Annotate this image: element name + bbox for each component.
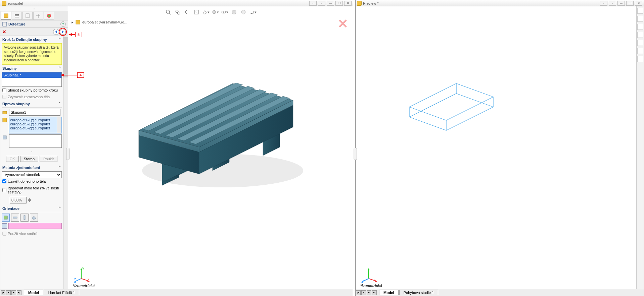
orient-y-button[interactable] xyxy=(20,214,29,222)
next-step-button[interactable] xyxy=(60,29,66,35)
apply-scene-icon[interactable] xyxy=(240,8,247,16)
win-btn-1[interactable]: ▫ xyxy=(309,1,317,6)
groupedit-header[interactable]: Úprava skupiny ⌃ xyxy=(2,100,62,108)
close-button[interactable]: ✕ xyxy=(635,1,642,6)
bodies-list[interactable] xyxy=(9,134,62,148)
tab-next-button[interactable]: ▸ xyxy=(11,290,16,295)
step1-header[interactable]: Krok 1: Definujte skupiny ⌃ xyxy=(2,36,62,43)
orient-x-button[interactable] xyxy=(11,214,19,222)
view-settings-icon[interactable]: ▾ xyxy=(249,8,257,16)
tab-prev-button[interactable]: ◂ xyxy=(361,290,366,295)
preview-3d-view[interactable]: *Izometrická xyxy=(356,6,636,289)
component-item[interactable]: europalet3-2@europalet xyxy=(10,126,61,130)
tab-model[interactable]: Model xyxy=(24,290,43,295)
ok-button: OK xyxy=(6,156,19,162)
close-preview-button[interactable]: ✕ xyxy=(337,16,348,31)
forum-icon[interactable] xyxy=(637,56,643,62)
svg-rect-1 xyxy=(15,14,19,15)
svg-marker-61 xyxy=(409,83,493,120)
orient-header[interactable]: Orientace ⌃ xyxy=(2,205,62,212)
group-item-selected[interactable]: Skupina1 * xyxy=(2,72,61,78)
minimize-button[interactable]: — xyxy=(617,1,625,6)
main-window: europalet ▫ ▫ — ❐ ✕ ◦ xyxy=(0,0,353,296)
tab-last-button[interactable]: ▸| xyxy=(17,290,21,295)
svg-point-30 xyxy=(223,11,224,13)
tab-prev-button[interactable]: ◂ xyxy=(6,290,11,295)
hide-show-icon[interactable]: ▾ xyxy=(221,8,228,16)
maximize-button[interactable]: ❐ xyxy=(626,1,634,6)
minimize-button[interactable]: — xyxy=(327,1,334,6)
svg-rect-12 xyxy=(3,111,7,114)
orient-auto-button[interactable] xyxy=(2,214,10,222)
tab-last-button[interactable]: ▸| xyxy=(372,290,377,295)
percent-input[interactable] xyxy=(10,197,27,203)
component-item[interactable]: europalet5-1@europalet xyxy=(10,122,61,126)
orient-z-button[interactable] xyxy=(30,214,38,222)
panel-handle[interactable]: ◦ xyxy=(0,6,68,11)
win-btn-2[interactable]: ▫ xyxy=(318,1,325,6)
win-btn-2[interactable]: ▫ xyxy=(609,1,616,6)
merge-groups-row[interactable]: Sloučit skupiny po tomto kroku xyxy=(2,87,62,94)
view-palette-icon[interactable] xyxy=(637,32,643,38)
view-toolbar: ▾ ▾ ▾ ▾ xyxy=(165,8,257,16)
collapse-icon: ⌃ xyxy=(58,206,61,211)
triad-icon: y x z xyxy=(73,267,90,284)
ignore-small-checkbox[interactable] xyxy=(2,188,6,192)
components-scrollbar[interactable] xyxy=(57,117,61,133)
tab-motion-study[interactable]: Pohybová studie 1 xyxy=(399,290,439,295)
close-one-body-checkbox[interactable] xyxy=(2,179,6,183)
svg-line-22 xyxy=(169,13,171,14)
zoom-fit-icon[interactable] xyxy=(165,8,172,16)
panel-grabber[interactable] xyxy=(354,148,357,160)
app-icon xyxy=(357,1,362,6)
merge-groups-checkbox[interactable] xyxy=(2,88,6,92)
edit-appearance-icon[interactable] xyxy=(230,8,238,16)
prev-view-icon[interactable] xyxy=(183,8,191,16)
panel-scroll[interactable]: Krok 1: Definujte skupiny ⌃ Vytvořte sku… xyxy=(0,36,63,289)
custom-props-icon[interactable] xyxy=(637,48,643,54)
display-style-icon[interactable]: ▾ xyxy=(212,8,219,16)
component-item[interactable]: europalet1-1@europalet xyxy=(10,118,61,122)
zoom-area-icon[interactable] xyxy=(174,8,181,16)
tab-feature-manager[interactable] xyxy=(1,12,11,20)
use-more-dirs-checkbox xyxy=(2,232,6,236)
method-header[interactable]: Metoda zjednodušení ⌃ xyxy=(2,164,62,171)
maximize-button[interactable]: ❐ xyxy=(335,1,343,6)
close-one-body-row[interactable]: Uzavřít do jednoho těla xyxy=(2,178,62,185)
components-list[interactable]: europalet1-1@europalet europalet5-1@euro… xyxy=(9,117,62,133)
resources-icon[interactable] xyxy=(637,16,643,22)
home-icon[interactable] xyxy=(637,8,643,14)
breadcrumb[interactable]: ▸ europalet (Varsayılan<Gö... xyxy=(72,20,127,24)
tab-appearance[interactable] xyxy=(44,12,54,20)
library-icon[interactable] xyxy=(637,24,643,30)
ignore-small-row[interactable]: Ignorovat malá těla (% velikosti sestavy… xyxy=(2,185,62,195)
group-name-input[interactable] xyxy=(9,109,60,116)
tab-config[interactable] xyxy=(22,12,33,20)
tab-motion-study[interactable]: Hareket Etüdü 1 xyxy=(44,290,80,295)
svg-point-32 xyxy=(241,10,245,14)
collapse-icon: ⌃ xyxy=(58,37,61,42)
tab-dim[interactable] xyxy=(33,12,43,20)
groups-list[interactable]: Skupina1 * xyxy=(2,72,62,87)
tab-property-list[interactable] xyxy=(12,12,22,20)
section-view-icon[interactable] xyxy=(193,8,200,16)
orient-color-swatch[interactable] xyxy=(8,223,62,229)
tab-first-button[interactable]: |◂ xyxy=(1,290,5,295)
close-button[interactable]: ✕ xyxy=(344,1,352,6)
panel-grabber[interactable] xyxy=(66,148,70,160)
cancel-x-button[interactable]: ✕ xyxy=(2,29,6,35)
tab-first-button[interactable]: |◂ xyxy=(356,290,361,295)
prev-step-button[interactable] xyxy=(53,29,59,35)
help-button[interactable]: ? xyxy=(60,21,66,27)
percent-spinner[interactable] xyxy=(28,198,31,202)
method-select[interactable]: Vymezovací rámeček xyxy=(2,171,62,178)
tab-model[interactable]: Model xyxy=(379,290,399,295)
storno-button[interactable]: Storno xyxy=(20,156,38,162)
groups-header[interactable]: Skupiny ⌃ xyxy=(2,65,62,72)
main-3d-view[interactable]: ▾ ▾ ▾ ▾ ▸ europalet (Varsayılan<Gö... ✕ xyxy=(68,6,353,289)
view-orient-icon[interactable]: ▾ xyxy=(202,8,210,16)
svg-marker-16 xyxy=(28,200,31,202)
tab-next-button[interactable]: ▸ xyxy=(367,290,371,295)
win-btn-1[interactable]: ▫ xyxy=(600,1,607,6)
appearances-icon[interactable] xyxy=(637,40,643,46)
